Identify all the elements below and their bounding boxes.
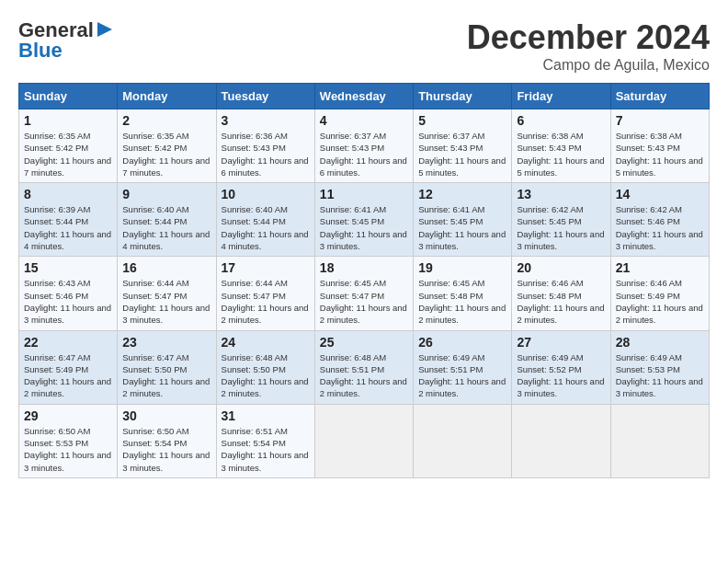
calendar-cell: 8Sunrise: 6:39 AMSunset: 5:44 PMDaylight… [19, 183, 118, 257]
calendar-cell: 11Sunrise: 6:41 AMSunset: 5:45 PMDayligh… [314, 183, 413, 257]
day-info: Sunrise: 6:41 AMSunset: 5:45 PMDaylight:… [418, 203, 506, 252]
day-number: 21 [616, 260, 704, 275]
day-info: Sunrise: 6:43 AMSunset: 5:46 PMDaylight:… [24, 277, 112, 326]
day-number: 11 [320, 187, 408, 201]
day-info: Sunrise: 6:45 AMSunset: 5:47 PMDaylight:… [320, 277, 408, 326]
day-number: 10 [222, 187, 310, 201]
day-number: 22 [24, 335, 112, 350]
calendar-cell: 10Sunrise: 6:40 AMSunset: 5:44 PMDayligh… [216, 183, 314, 257]
calendar-table: SundayMondayTuesdayWednesdayThursdayFrid… [18, 83, 710, 478]
calendar-cell: 25Sunrise: 6:48 AMSunset: 5:51 PMDayligh… [314, 330, 413, 404]
weekday-header-row: SundayMondayTuesdayWednesdayThursdayFrid… [19, 84, 710, 109]
day-info: Sunrise: 6:37 AMSunset: 5:43 PMDaylight:… [320, 130, 408, 178]
day-info: Sunrise: 6:37 AMSunset: 5:43 PMDaylight:… [418, 130, 506, 178]
day-number: 18 [320, 260, 408, 275]
day-info: Sunrise: 6:36 AMSunset: 5:43 PMDaylight:… [222, 130, 310, 178]
day-number: 7 [616, 113, 704, 128]
calendar-cell: 22Sunrise: 6:47 AMSunset: 5:49 PMDayligh… [19, 330, 118, 404]
calendar-week-row: 8Sunrise: 6:39 AMSunset: 5:44 PMDaylight… [19, 183, 710, 257]
day-number: 17 [222, 260, 310, 275]
calendar-cell: 21Sunrise: 6:46 AMSunset: 5:49 PMDayligh… [610, 257, 709, 330]
calendar-cell: 15Sunrise: 6:43 AMSunset: 5:46 PMDayligh… [19, 257, 118, 330]
logo-arrow-icon [97, 22, 112, 40]
day-info: Sunrise: 6:48 AMSunset: 5:51 PMDaylight:… [320, 351, 408, 400]
day-info: Sunrise: 6:35 AMSunset: 5:42 PMDaylight:… [24, 130, 112, 178]
day-info: Sunrise: 6:48 AMSunset: 5:50 PMDaylight:… [222, 351, 310, 400]
day-number: 13 [517, 187, 605, 201]
day-number: 30 [122, 408, 210, 423]
day-info: Sunrise: 6:42 AMSunset: 5:45 PMDaylight:… [517, 203, 605, 252]
day-number: 4 [320, 113, 408, 128]
day-info: Sunrise: 6:47 AMSunset: 5:49 PMDaylight:… [24, 351, 112, 400]
weekday-header-tuesday: Tuesday [216, 84, 314, 109]
calendar-cell [512, 404, 610, 477]
day-info: Sunrise: 6:47 AMSunset: 5:50 PMDaylight:… [122, 351, 210, 400]
day-info: Sunrise: 6:39 AMSunset: 5:44 PMDaylight:… [24, 203, 112, 252]
day-number: 16 [122, 260, 210, 275]
weekday-header-sunday: Sunday [19, 84, 118, 109]
calendar-cell: 12Sunrise: 6:41 AMSunset: 5:45 PMDayligh… [414, 183, 512, 257]
month-title: December 2024 [467, 18, 710, 57]
calendar-cell: 30Sunrise: 6:50 AMSunset: 5:54 PMDayligh… [118, 404, 216, 477]
day-number: 27 [517, 335, 605, 350]
calendar-cell: 20Sunrise: 6:46 AMSunset: 5:48 PMDayligh… [512, 257, 610, 330]
day-info: Sunrise: 6:49 AMSunset: 5:53 PMDaylight:… [616, 351, 704, 400]
calendar-week-row: 22Sunrise: 6:47 AMSunset: 5:49 PMDayligh… [19, 330, 710, 404]
calendar-cell: 16Sunrise: 6:44 AMSunset: 5:47 PMDayligh… [118, 257, 216, 330]
svg-marker-0 [97, 22, 112, 37]
weekday-header-monday: Monday [118, 84, 216, 109]
day-info: Sunrise: 6:35 AMSunset: 5:42 PMDaylight:… [122, 130, 210, 178]
calendar-cell: 18Sunrise: 6:45 AMSunset: 5:47 PMDayligh… [314, 257, 413, 330]
day-number: 25 [320, 335, 408, 350]
day-info: Sunrise: 6:40 AMSunset: 5:44 PMDaylight:… [122, 203, 210, 252]
day-info: Sunrise: 6:50 AMSunset: 5:53 PMDaylight:… [24, 425, 112, 474]
calendar-week-row: 29Sunrise: 6:50 AMSunset: 5:53 PMDayligh… [19, 404, 710, 477]
day-number: 15 [24, 260, 112, 275]
calendar-cell: 13Sunrise: 6:42 AMSunset: 5:45 PMDayligh… [512, 183, 610, 257]
day-info: Sunrise: 6:51 AMSunset: 5:54 PMDaylight:… [222, 425, 310, 474]
calendar-cell: 29Sunrise: 6:50 AMSunset: 5:53 PMDayligh… [19, 404, 118, 477]
location: Campo de Aguila, Mexico [467, 57, 710, 74]
calendar-cell: 31Sunrise: 6:51 AMSunset: 5:54 PMDayligh… [216, 404, 314, 477]
calendar-cell: 5Sunrise: 6:37 AMSunset: 5:43 PMDaylight… [414, 109, 512, 183]
calendar-cell [414, 404, 512, 477]
day-number: 28 [616, 335, 704, 350]
calendar-cell: 3Sunrise: 6:36 AMSunset: 5:43 PMDaylight… [216, 109, 314, 183]
calendar-cell: 26Sunrise: 6:49 AMSunset: 5:51 PMDayligh… [414, 330, 512, 404]
calendar-cell: 19Sunrise: 6:45 AMSunset: 5:48 PMDayligh… [414, 257, 512, 330]
weekday-header-saturday: Saturday [610, 84, 709, 109]
day-number: 8 [24, 187, 112, 201]
day-info: Sunrise: 6:42 AMSunset: 5:46 PMDaylight:… [616, 203, 704, 252]
day-number: 19 [418, 260, 506, 275]
day-number: 9 [122, 187, 210, 201]
day-info: Sunrise: 6:45 AMSunset: 5:48 PMDaylight:… [418, 277, 506, 326]
day-number: 24 [222, 335, 310, 350]
day-info: Sunrise: 6:49 AMSunset: 5:51 PMDaylight:… [418, 351, 506, 400]
logo: General Blue [18, 18, 112, 63]
day-number: 1 [24, 113, 112, 128]
calendar-cell: 23Sunrise: 6:47 AMSunset: 5:50 PMDayligh… [118, 330, 216, 404]
day-info: Sunrise: 6:44 AMSunset: 5:47 PMDaylight:… [122, 277, 210, 326]
day-info: Sunrise: 6:38 AMSunset: 5:43 PMDaylight:… [616, 130, 704, 178]
weekday-header-wednesday: Wednesday [314, 84, 413, 109]
day-number: 29 [24, 408, 112, 423]
day-info: Sunrise: 6:40 AMSunset: 5:44 PMDaylight:… [222, 203, 310, 252]
calendar-cell: 4Sunrise: 6:37 AMSunset: 5:43 PMDaylight… [314, 109, 413, 183]
calendar-cell [314, 404, 413, 477]
day-info: Sunrise: 6:49 AMSunset: 5:52 PMDaylight:… [517, 351, 605, 400]
day-info: Sunrise: 6:46 AMSunset: 5:48 PMDaylight:… [517, 277, 605, 326]
day-info: Sunrise: 6:44 AMSunset: 5:47 PMDaylight:… [222, 277, 310, 326]
day-number: 20 [517, 260, 605, 275]
calendar-cell: 1Sunrise: 6:35 AMSunset: 5:42 PMDaylight… [19, 109, 118, 183]
calendar-week-row: 15Sunrise: 6:43 AMSunset: 5:46 PMDayligh… [19, 257, 710, 330]
calendar-cell: 28Sunrise: 6:49 AMSunset: 5:53 PMDayligh… [610, 330, 709, 404]
calendar-cell: 7Sunrise: 6:38 AMSunset: 5:43 PMDaylight… [610, 109, 709, 183]
day-number: 14 [616, 187, 704, 201]
title-block: December 2024 Campo de Aguila, Mexico [467, 18, 710, 74]
day-info: Sunrise: 6:38 AMSunset: 5:43 PMDaylight:… [517, 130, 605, 178]
calendar-cell: 24Sunrise: 6:48 AMSunset: 5:50 PMDayligh… [216, 330, 314, 404]
calendar-cell [610, 404, 709, 477]
calendar-cell: 9Sunrise: 6:40 AMSunset: 5:44 PMDaylight… [118, 183, 216, 257]
calendar-cell: 27Sunrise: 6:49 AMSunset: 5:52 PMDayligh… [512, 330, 610, 404]
day-number: 5 [418, 113, 506, 128]
